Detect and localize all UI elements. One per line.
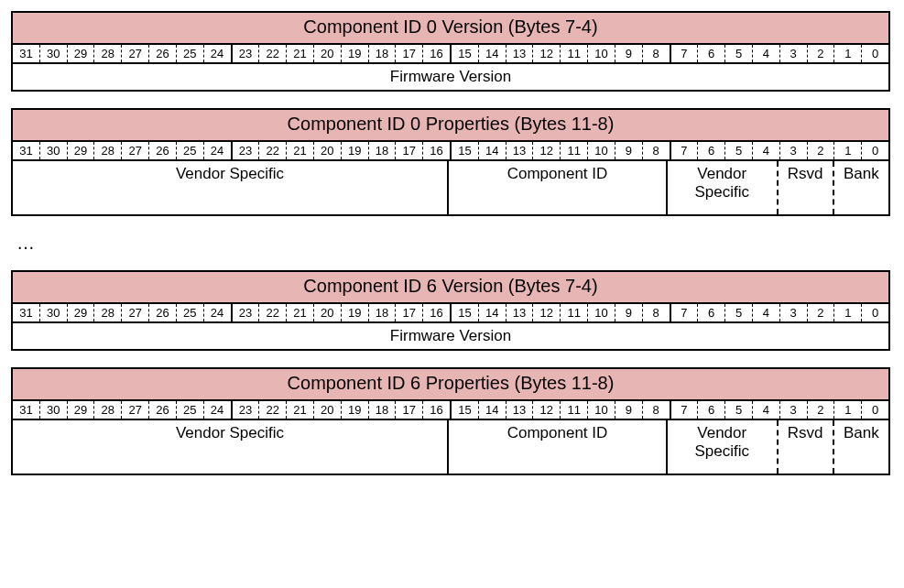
bit-index: 21 [286, 401, 313, 419]
byte-group: 76543210 [671, 304, 889, 321]
bit-index: 20 [313, 142, 341, 159]
field-bank: Bank [834, 420, 888, 474]
bit-index: 19 [341, 45, 368, 62]
bit-index: 26 [148, 401, 176, 419]
bit-index: 13 [506, 45, 533, 62]
fields-row: Firmware Version [13, 64, 888, 90]
bit-index: 30 [39, 304, 67, 321]
bit-index: 1 [833, 401, 861, 419]
field-rsvd: Rsvd [779, 161, 834, 214]
byte-group: 2322212019181716 [233, 142, 452, 159]
byte-group: 3130292827262524 [13, 304, 233, 321]
bit-index: 28 [93, 142, 121, 159]
bit-index: 12 [532, 401, 560, 419]
bit-index: 1 [833, 142, 861, 159]
bit-index: 16 [422, 45, 450, 62]
byte-group: 2322212019181716 [233, 45, 452, 62]
bit-index: 13 [506, 401, 533, 419]
bit-index: 4 [752, 45, 779, 62]
byte-group: 3130292827262524 [13, 142, 233, 159]
bit-index: 12 [532, 45, 560, 62]
bit-index: 8 [642, 45, 670, 62]
bit-index: 14 [478, 142, 506, 159]
bit-index: 22 [258, 142, 286, 159]
bit-index: 17 [395, 304, 422, 321]
bit-index: 2 [807, 304, 834, 321]
bit-index: 4 [752, 401, 779, 419]
bit-index: 14 [478, 45, 506, 62]
bit-index: 20 [313, 401, 341, 419]
bit-index: 7 [671, 401, 698, 419]
bit-index: 10 [587, 45, 615, 62]
bit-index: 0 [861, 401, 888, 419]
bit-index: 29 [67, 401, 94, 419]
bit-index: 14 [478, 401, 506, 419]
bit-index: 7 [671, 304, 698, 321]
bit-index: 19 [341, 304, 368, 321]
ellipsis: … [16, 233, 893, 254]
bit-index: 18 [368, 142, 396, 159]
bit-index: 31 [13, 45, 39, 62]
bit-index: 6 [697, 45, 724, 62]
bit-index: 24 [203, 304, 231, 321]
bit-index: 23 [233, 401, 259, 419]
bit-index: 19 [341, 401, 368, 419]
bit-index: 17 [395, 45, 422, 62]
bit-index: 27 [121, 401, 148, 419]
bit-index: 1 [833, 45, 861, 62]
bit-index: 29 [67, 45, 94, 62]
bit-index: 5 [724, 304, 752, 321]
byte-group: 76543210 [671, 401, 889, 419]
bit-index: 30 [39, 142, 67, 159]
bit-index: 3 [779, 401, 807, 419]
fields-row: Firmware Version [13, 323, 888, 349]
bit-index: 13 [506, 304, 533, 321]
bit-index: 20 [313, 304, 341, 321]
bit-index: 18 [368, 401, 396, 419]
bit-index: 16 [422, 142, 450, 159]
field-firmware-version: Firmware Version [13, 323, 888, 349]
bit-index: 17 [395, 401, 422, 419]
bit-index: 7 [671, 45, 698, 62]
bit-index-row: 3130292827262524232221201918171615141312… [13, 142, 888, 161]
bit-index: 11 [560, 45, 587, 62]
bit-index: 8 [642, 304, 670, 321]
field-component-id: Component ID [449, 161, 668, 214]
byte-group: 15141312111098 [452, 304, 671, 321]
bit-index: 22 [258, 401, 286, 419]
bit-index: 23 [233, 142, 259, 159]
field-firmware-version: Firmware Version [13, 64, 888, 90]
bit-index: 10 [587, 142, 615, 159]
bit-index: 19 [341, 142, 368, 159]
bit-index: 7 [671, 142, 698, 159]
register-comp0-properties: Component ID 0 Properties (Bytes 11-8) 3… [11, 108, 890, 216]
field-rsvd: Rsvd [779, 420, 834, 474]
register-title: Component ID 0 Properties (Bytes 11-8) [13, 110, 888, 142]
byte-group: 15141312111098 [452, 142, 671, 159]
bit-index: 17 [395, 142, 422, 159]
bit-index: 23 [233, 45, 259, 62]
bit-index: 28 [93, 45, 121, 62]
bit-index: 0 [861, 304, 888, 321]
bit-index: 26 [148, 142, 176, 159]
bit-index: 23 [233, 304, 259, 321]
bit-index: 10 [587, 304, 615, 321]
field-vendor-specific-low-line2: Specific [694, 183, 749, 201]
bit-index-row: 3130292827262524232221201918171615141312… [13, 401, 888, 420]
bit-index: 18 [368, 45, 396, 62]
bit-index: 27 [121, 45, 148, 62]
bit-index: 2 [807, 401, 834, 419]
bit-index: 22 [258, 45, 286, 62]
bit-index: 9 [615, 142, 642, 159]
bit-index: 31 [13, 401, 39, 419]
bit-index-row: 3130292827262524232221201918171615141312… [13, 45, 888, 64]
register-title: Component ID 6 Version (Bytes 7-4) [13, 272, 888, 304]
byte-group: 2322212019181716 [233, 401, 452, 419]
bit-index: 5 [724, 401, 752, 419]
field-vendor-specific-low: VendorSpecific [668, 161, 779, 214]
bit-index: 28 [93, 304, 121, 321]
bit-index: 25 [176, 142, 203, 159]
bit-index: 21 [286, 142, 313, 159]
bit-index: 24 [203, 142, 231, 159]
register-title: Component ID 6 Properties (Bytes 11-8) [13, 369, 888, 401]
